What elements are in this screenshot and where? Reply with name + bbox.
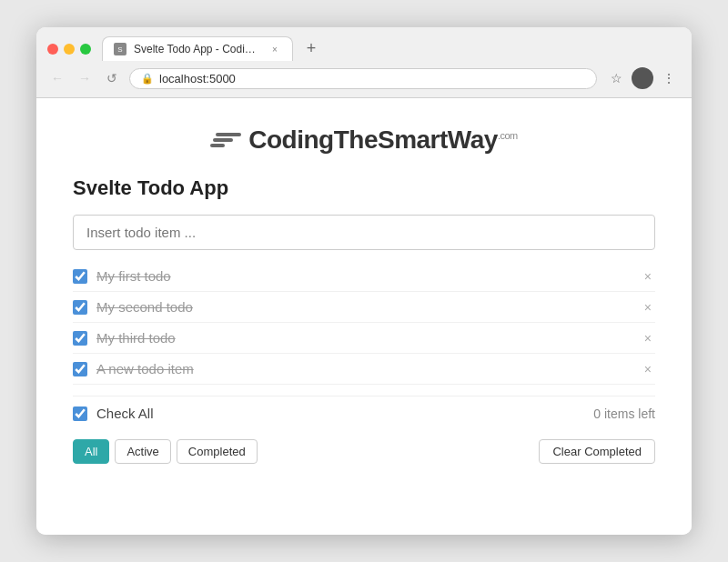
filter-completed-button[interactable]: Completed xyxy=(177,439,258,464)
logo: CodingTheSmartWay.com xyxy=(73,125,655,155)
tab-favicon: S xyxy=(114,43,126,55)
todo-checkbox-0[interactable] xyxy=(73,269,87,284)
todo-checkbox-3[interactable] xyxy=(73,362,87,376)
todo-list: My first todo × My second todo × My thir… xyxy=(73,261,655,385)
browser-window: S Svelte Todo App - CodingThes × + ← → ↺… xyxy=(36,27,692,535)
logo-com: .com xyxy=(498,130,518,141)
lock-icon: 🔒 xyxy=(141,73,154,85)
app-title: Svelte Todo App xyxy=(73,176,655,200)
active-tab[interactable]: S Svelte Todo App - CodingThes × xyxy=(102,36,293,61)
traffic-lights xyxy=(47,44,91,55)
logo-icon xyxy=(210,133,241,147)
menu-button[interactable]: ⋮ xyxy=(657,66,681,90)
forward-button[interactable]: → xyxy=(75,68,95,88)
browser-chrome: S Svelte Todo App - CodingThes × + ← → ↺… xyxy=(36,27,692,98)
items-left: 0 items left xyxy=(593,406,655,421)
logo-brand: CodingTheSmartWay.com xyxy=(248,125,517,155)
logo-stripe-2 xyxy=(213,138,233,142)
todo-delete-1[interactable]: × xyxy=(641,300,655,315)
todo-checkbox-2[interactable] xyxy=(73,331,87,346)
todo-text-1: My second todo xyxy=(96,299,632,315)
todo-text-2: My third todo xyxy=(96,330,632,346)
tab-title: Svelte Todo App - CodingThes xyxy=(134,43,261,55)
logo-stripe-1 xyxy=(216,133,241,136)
close-button[interactable] xyxy=(47,44,58,55)
logo-area: CodingTheSmartWay.com xyxy=(73,125,655,155)
check-all-checkbox[interactable] xyxy=(73,406,87,421)
bookmark-button[interactable]: ☆ xyxy=(604,66,628,90)
minimize-button[interactable] xyxy=(64,44,75,55)
todo-item: A new todo item × xyxy=(73,354,655,385)
filter-row: AllActiveCompletedClear Completed xyxy=(73,430,655,464)
todo-item: My first todo × xyxy=(73,261,655,292)
reload-button[interactable]: ↺ xyxy=(102,68,122,88)
todo-text-0: My first todo xyxy=(96,268,632,284)
todo-delete-2[interactable]: × xyxy=(641,331,655,346)
filter-all-button[interactable]: All xyxy=(73,439,109,464)
check-all-label: Check All xyxy=(96,406,154,421)
todo-delete-0[interactable]: × xyxy=(641,269,655,284)
page-content: CodingTheSmartWay.com Svelte Todo App My… xyxy=(36,98,692,535)
check-all-row: Check All 0 items left xyxy=(73,396,655,430)
clear-completed-button[interactable]: Clear Completed xyxy=(539,439,655,464)
todo-checkbox-1[interactable] xyxy=(73,300,87,315)
todo-item: My second todo × xyxy=(73,292,655,323)
toolbar-right: ☆ ⋮ xyxy=(604,66,681,90)
logo-stripe-3 xyxy=(210,144,225,147)
new-tab-button[interactable]: + xyxy=(300,38,322,60)
tab-bar: S Svelte Todo App - CodingThes × + xyxy=(102,36,681,61)
url-bar[interactable]: 🔒 localhost:5000 xyxy=(129,68,597,89)
filter-active-button[interactable]: Active xyxy=(115,439,170,464)
tab-close-button[interactable]: × xyxy=(268,43,281,55)
todo-item: My third todo × xyxy=(73,323,655,354)
todo-text-3: A new todo item xyxy=(96,361,632,376)
todo-delete-3[interactable]: × xyxy=(641,362,655,376)
profile-button[interactable] xyxy=(632,67,653,89)
address-bar: ← → ↺ 🔒 localhost:5000 ☆ ⋮ xyxy=(36,61,692,97)
maximize-button[interactable] xyxy=(80,44,91,55)
back-button[interactable]: ← xyxy=(47,68,67,88)
url-text: localhost:5000 xyxy=(159,72,236,85)
todo-input[interactable] xyxy=(73,215,655,250)
title-bar: S Svelte Todo App - CodingThes × + xyxy=(36,27,692,61)
